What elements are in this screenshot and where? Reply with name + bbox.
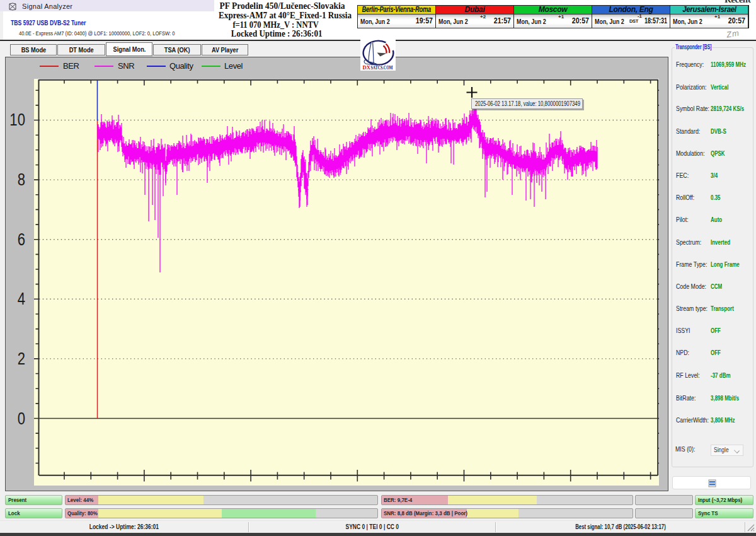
svg-text:SATCS.COM: SATCS.COM [371, 64, 393, 71]
svg-text:DX: DX [363, 64, 371, 71]
